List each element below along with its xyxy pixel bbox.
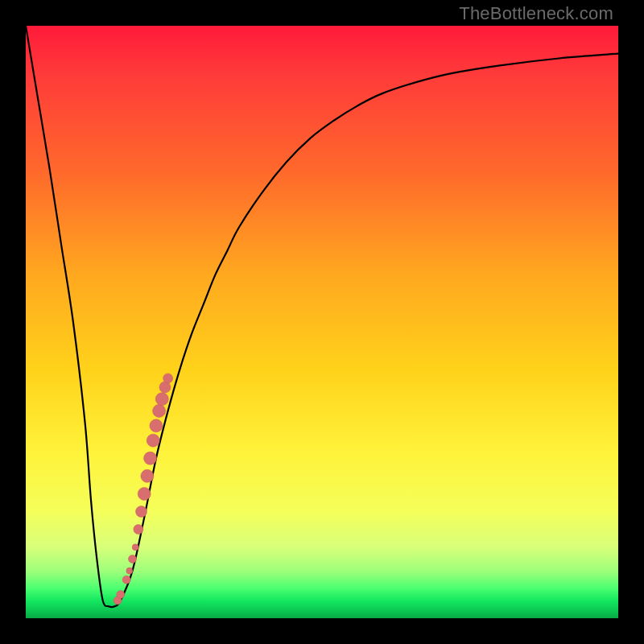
highlight-dot — [122, 576, 130, 584]
highlight-dot — [153, 404, 166, 417]
chart-svg — [26, 26, 618, 618]
bottleneck-curve — [26, 26, 618, 607]
highlight-dot — [134, 525, 143, 535]
highlight-dot — [117, 591, 125, 599]
highlight-dot — [138, 487, 151, 500]
highlight-dot — [132, 544, 138, 551]
highlight-dots — [114, 374, 173, 605]
highlight-dot — [141, 469, 154, 482]
highlight-dot — [159, 382, 171, 393]
watermark-label: TheBottleneck.com — [459, 3, 613, 24]
highlight-dot — [126, 568, 133, 574]
highlight-dot — [128, 555, 136, 563]
curve-group — [26, 26, 618, 607]
highlight-dot — [155, 393, 168, 406]
highlight-dot — [136, 506, 147, 518]
highlight-dot — [147, 434, 159, 447]
highlight-dot — [163, 374, 173, 383]
chart-frame: TheBottleneck.com — [0, 0, 644, 644]
plot-area — [26, 26, 618, 618]
highlight-dot — [144, 452, 157, 464]
highlight-dot — [150, 419, 163, 432]
